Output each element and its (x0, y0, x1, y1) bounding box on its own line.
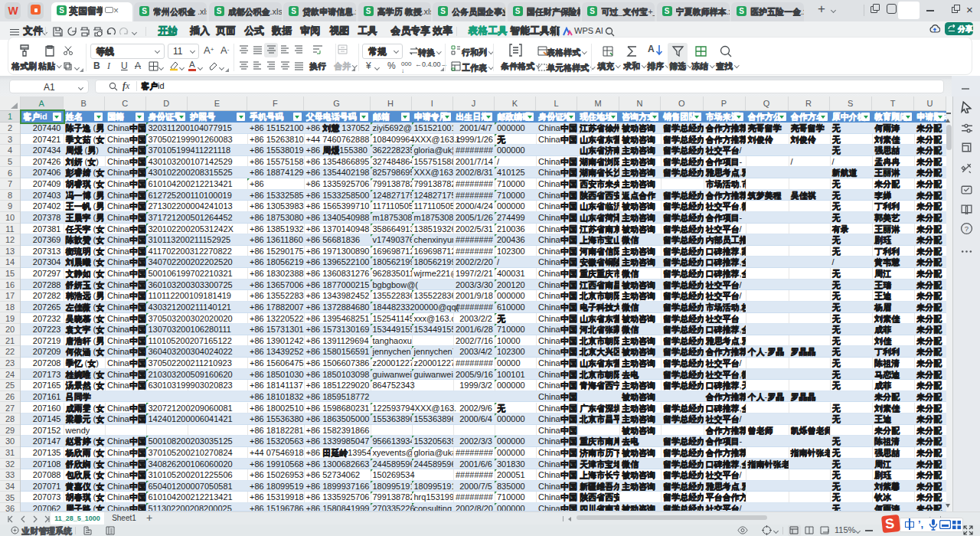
svg-text:?: ? (965, 224, 969, 233)
